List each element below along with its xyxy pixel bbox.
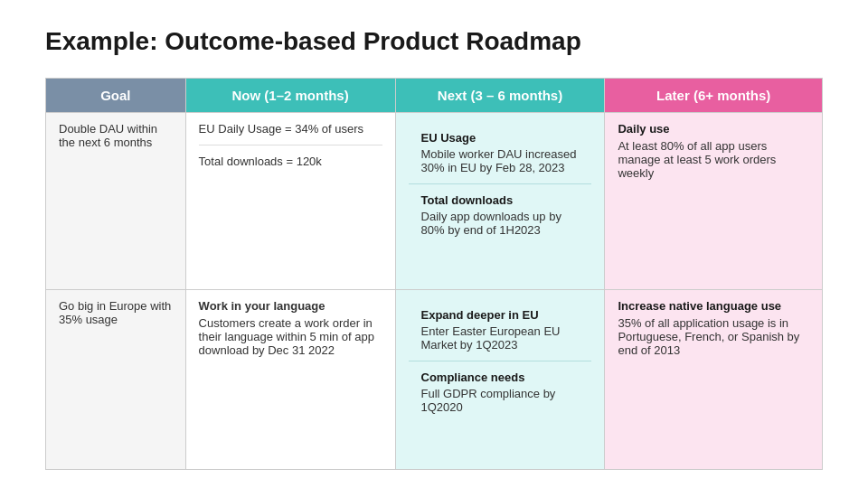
next-label-1a: EU Usage [421,131,580,145]
later-text-2: 35% of all application usage is in Portu… [618,316,809,357]
header-later: Later (6+ months) [605,79,823,113]
table-row: Go big in Europe with 35% usage Work in … [46,290,823,470]
next-label-1b: Total downloads [421,193,580,207]
next-sub-1b: Total downloads Daily app downloads up b… [409,184,592,246]
later-label-2: Increase native language use [618,299,809,313]
now-item-1: EU Daily Usage = 34% of users [199,122,382,136]
now-cell-2: Work in your language Customers create a… [185,290,395,470]
next-text-2a: Enter Easter European EU Market by 1Q202… [421,324,580,352]
next-text-1a: Mobile worker DAU increased 30% in EU by… [421,147,580,174]
later-label-1: Daily use [618,122,809,136]
next-label-2b: Compliance needs [421,371,580,384]
next-sub-1a: EU Usage Mobile worker DAU increased 30%… [409,122,592,184]
next-cell-1: EU Usage Mobile worker DAU increased 30%… [395,113,605,290]
next-sub-2b: Compliance needs Full GDPR compliance by… [409,361,592,423]
table-row: Double DAU within the next 6 months EU D… [46,113,823,290]
header-now: Now (1–2 months) [185,79,395,113]
later-text-1: At least 80% of all app users manage at … [618,139,809,180]
next-cell-2: Expand deeper in EU Enter Easter Europea… [395,290,605,470]
next-label-2a: Expand deeper in EU [421,308,580,322]
now-label-2: Work in your language [199,299,382,313]
header-goal: Goal [46,79,186,113]
later-cell-2: Increase native language use 35% of all … [605,290,823,470]
now-cell-1: EU Daily Usage = 34% of users Total down… [185,113,395,290]
goal-cell-1: Double DAU within the next 6 months [46,113,186,290]
next-sub-2a: Expand deeper in EU Enter Easter Europea… [409,299,592,361]
page-title: Example: Outcome-based Product Roadmap [45,27,823,56]
roadmap-table: Goal Now (1–2 months) Next (3 – 6 months… [45,78,823,470]
now-item-2: Total downloads = 120k [199,155,382,168]
next-text-2b: Full GDPR compliance by 1Q2020 [421,387,580,414]
next-text-1b: Daily app downloads up by 80% by end of … [421,210,580,237]
goal-cell-2: Go big in Europe with 35% usage [46,290,186,470]
later-cell-1: Daily use At least 80% of all app users … [605,113,823,290]
header-next: Next (3 – 6 months) [395,79,605,113]
table-header-row: Goal Now (1–2 months) Next (3 – 6 months… [46,79,823,113]
now-text-2: Customers create a work order in their l… [199,316,382,357]
